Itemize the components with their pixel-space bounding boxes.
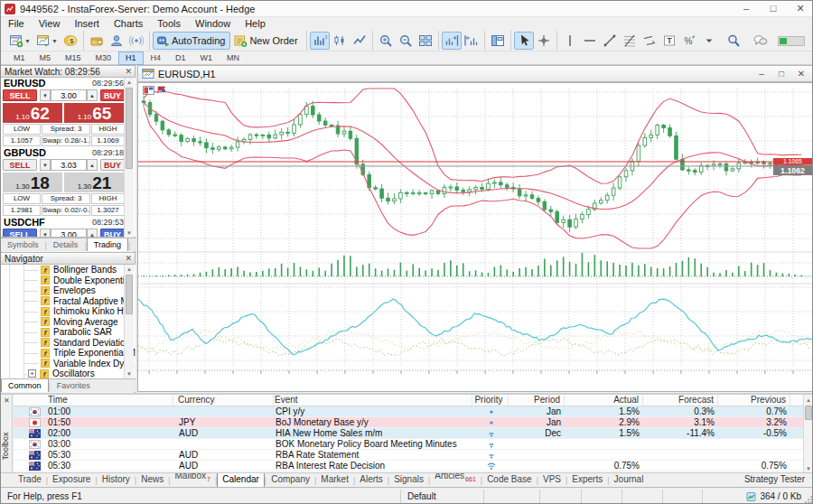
sell-price[interactable]: 1.1062 bbox=[3, 103, 62, 123]
menu-help[interactable]: Help bbox=[238, 17, 273, 31]
calendar-row[interactable]: 03:00BOK Monetary Policy Board Meeting M… bbox=[14, 439, 803, 450]
horizontal-line-button[interactable] bbox=[580, 32, 600, 50]
chevron-down-icon[interactable]: ▼ bbox=[24, 38, 31, 44]
sell-button[interactable]: SELL bbox=[3, 89, 37, 101]
navigator-item-triple-exponential-m[interactable]: fTriple Exponential M bbox=[1, 348, 136, 359]
toolbox-tab-experts[interactable]: Experts bbox=[567, 473, 607, 487]
mw-tab-symbols[interactable]: Symbols bbox=[1, 238, 45, 251]
timeframe-w1[interactable]: W1 bbox=[193, 51, 220, 65]
navigator-item-double-exponential[interactable]: fDouble Exponential bbox=[1, 275, 136, 286]
menu-window[interactable]: Window bbox=[188, 17, 238, 31]
chart-close-button[interactable]: ✕ bbox=[791, 66, 811, 82]
volume-down-button[interactable]: ▼ bbox=[40, 159, 51, 171]
expand-icon[interactable]: + bbox=[28, 369, 36, 378]
buy-button[interactable]: BUY bbox=[100, 159, 125, 171]
column-header-time[interactable]: Time bbox=[14, 395, 173, 406]
nav-tab-common[interactable]: Common bbox=[1, 378, 49, 392]
chart-plot[interactable]: 1.10651.1062 bbox=[138, 83, 813, 390]
candle-chart-button[interactable] bbox=[330, 32, 350, 50]
line-chart-button[interactable] bbox=[350, 32, 369, 50]
trend-line-button[interactable] bbox=[600, 32, 620, 50]
symbol-block-eurusd[interactable]: EURUSD08:29:56SELL▼3.00▲BUY1.10621.1065L… bbox=[1, 78, 136, 147]
timeframe-h4[interactable]: H4 bbox=[144, 51, 169, 65]
search-button[interactable] bbox=[724, 32, 743, 50]
equidistant-channel-button[interactable] bbox=[640, 32, 659, 50]
status-profile[interactable]: Default bbox=[401, 490, 484, 503]
maximize-button[interactable]: □ bbox=[760, 1, 787, 17]
mw-tab-tick[interactable]: Tick bbox=[130, 238, 136, 251]
one-click-trading-icon[interactable] bbox=[143, 86, 154, 95]
chat-button[interactable] bbox=[751, 32, 771, 50]
buy-price[interactable]: 1.1065 bbox=[64, 103, 125, 123]
text-label-button[interactable]: T bbox=[659, 32, 679, 50]
toolbox-tab-company[interactable]: Company bbox=[266, 473, 314, 487]
toolbox-tab-signals[interactable]: Signals bbox=[389, 473, 428, 487]
auto-scroll-button[interactable] bbox=[462, 32, 481, 50]
community-button[interactable] bbox=[107, 32, 126, 50]
navigator-item-parabolic-sar[interactable]: fParabolic SAR bbox=[1, 327, 136, 338]
depth-of-market-icon[interactable] bbox=[157, 86, 167, 95]
toolbox-tab-journal[interactable]: Journal bbox=[610, 473, 649, 487]
resize-grip[interactable] bbox=[804, 495, 813, 504]
chart-restore-button[interactable]: □ bbox=[771, 66, 791, 82]
bar-chart-button[interactable]: 1 bbox=[310, 32, 330, 50]
column-header-period[interactable]: Period bbox=[504, 395, 565, 406]
calendar-row[interactable]: 01:00CPI y/yJan1.5%0.3%0.7% bbox=[14, 406, 803, 417]
navigator-item-fractal-adaptive-mo[interactable]: fFractal Adaptive Mo bbox=[1, 296, 136, 307]
navigator-item-envelopes[interactable]: fEnvelopes bbox=[1, 285, 136, 296]
column-header-forecast[interactable]: Forecast bbox=[640, 395, 718, 406]
timeframe-d1[interactable]: D1 bbox=[168, 51, 193, 65]
symbol-header[interactable]: EURUSD08:29:56 bbox=[1, 78, 136, 89]
toolbox-close-icon[interactable]: ✕ bbox=[4, 397, 10, 405]
toolbox-tab-calendar[interactable]: Calendar bbox=[217, 472, 265, 487]
chart-minimize-button[interactable]: – bbox=[752, 66, 771, 82]
deposit-button[interactable] bbox=[87, 32, 107, 50]
menu-view[interactable]: View bbox=[32, 17, 68, 31]
chart-canvas[interactable]: 1.10651.1062 bbox=[137, 82, 813, 392]
sell-price[interactable]: 1.3018 bbox=[3, 173, 62, 192]
toolbox-tab-mailbox[interactable]: Mailbox7 bbox=[171, 472, 215, 487]
zoom-in-button[interactable] bbox=[376, 32, 396, 50]
column-header-actual[interactable]: Actual bbox=[562, 395, 643, 406]
volume-up-button[interactable]: ▲ bbox=[87, 89, 98, 101]
column-header-event[interactable]: Event bbox=[271, 395, 472, 406]
navigator-item-moving-average[interactable]: fMoving Average bbox=[1, 317, 136, 328]
toolbox-tab-news[interactable]: News bbox=[136, 473, 168, 487]
close-button[interactable]: ✕ bbox=[787, 1, 813, 17]
menu-charts[interactable]: Charts bbox=[107, 17, 150, 31]
symbol-header[interactable]: GBPUSD08:29:18 bbox=[1, 147, 136, 159]
volume-up-button[interactable]: ▲ bbox=[87, 229, 98, 238]
zoom-out-button[interactable] bbox=[396, 32, 416, 50]
volume-field[interactable]: 3.00 bbox=[51, 229, 87, 238]
vertical-line-button[interactable] bbox=[560, 32, 580, 50]
new-chart-button[interactable]: ▼ bbox=[6, 32, 33, 50]
volume-down-button[interactable]: ▼ bbox=[40, 89, 51, 101]
nav-tab-favorites[interactable]: Favorites bbox=[51, 379, 97, 392]
column-header-priority[interactable]: Priority bbox=[470, 395, 509, 406]
navigator-close-icon[interactable]: ✕ bbox=[125, 253, 132, 265]
mw-tab-trading[interactable]: Trading bbox=[87, 238, 128, 251]
menu-tools[interactable]: Tools bbox=[150, 17, 188, 31]
navigator-item-standard-deviation[interactable]: fStandard Deviation bbox=[1, 338, 136, 349]
calendar-row[interactable]: 01:50JPYBoJ Monetary Base y/yJan2.9%3.1%… bbox=[14, 417, 803, 428]
buy-price[interactable]: 1.3021 bbox=[64, 173, 125, 192]
column-header-currency[interactable]: Currency bbox=[174, 395, 274, 406]
volume-down-button[interactable]: ▼ bbox=[40, 229, 51, 238]
toolbox-tab-articles[interactable]: Articles661 bbox=[430, 472, 480, 487]
navigator-item-bollinger-bands[interactable]: fBollinger Bands bbox=[1, 265, 136, 275]
shift-end-button[interactable] bbox=[442, 32, 462, 50]
cursor-button[interactable] bbox=[514, 32, 534, 50]
toolbox-tab-market[interactable]: Market bbox=[316, 473, 353, 487]
navigator-scrollbar[interactable]: ▲ ▼ bbox=[124, 265, 134, 378]
crosshair-button[interactable] bbox=[534, 32, 554, 50]
toolbox-tab-vps[interactable]: VPS bbox=[538, 473, 565, 487]
autotrading-button[interactable]: AutoTrading bbox=[153, 32, 231, 50]
symbols-button[interactable]: $ bbox=[61, 32, 80, 50]
strategy-tester-label[interactable]: Strategy Tester bbox=[744, 474, 805, 484]
minimize-button[interactable]: – bbox=[733, 1, 760, 17]
volume-field[interactable]: 3.03 bbox=[51, 159, 87, 171]
navigator-item-oscillators[interactable]: +fOscillators bbox=[1, 369, 136, 378]
volume-up-button[interactable]: ▲ bbox=[87, 159, 98, 171]
column-header-previous[interactable]: Previous bbox=[715, 395, 790, 406]
symbol-block-usdchf[interactable]: USDCHF08:29:53SELL▼3.00▲BUY bbox=[1, 217, 136, 238]
